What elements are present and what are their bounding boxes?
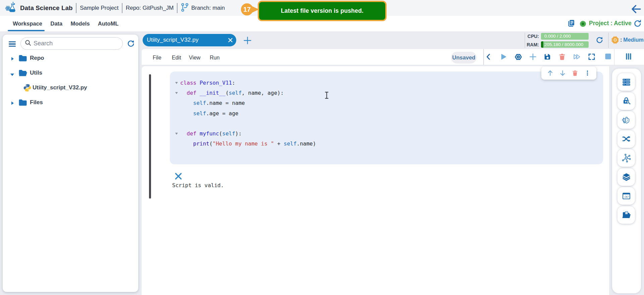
cpu-label: CPU: — [526, 34, 539, 39]
columns-layout-icon[interactable] — [625, 53, 632, 60]
code-token: class — [180, 80, 196, 86]
output-x-icon — [175, 172, 182, 180]
layers-icon[interactable] — [617, 168, 635, 186]
code-token: "Hello my name is " — [212, 140, 274, 147]
ram-meter: 205.180 / 8000.000 — [541, 41, 589, 48]
brain-circuit-icon[interactable] — [617, 111, 635, 129]
code-token — [180, 100, 193, 106]
tab-close-icon[interactable] — [228, 38, 233, 43]
menu-run[interactable]: Run — [210, 50, 219, 66]
code-token: .age = age — [206, 110, 238, 117]
code-token — [180, 110, 193, 117]
network-nodes-icon[interactable] — [617, 149, 635, 167]
sidebar-refresh-icon[interactable] — [127, 40, 135, 48]
editor-toolbar: File Edit View Run Unsaved — [142, 49, 644, 65]
cell-more-options-icon[interactable] — [584, 70, 591, 76]
code-token — [180, 130, 187, 137]
code-token: def — [187, 90, 196, 96]
open-file-tab[interactable]: Utiity_script_V32.py — [143, 34, 237, 47]
cpu-chip-icon[interactable] — [610, 35, 620, 45]
nav-tab-models[interactable]: Models — [71, 20, 90, 27]
delete-trash-icon[interactable] — [558, 53, 566, 60]
validation-message: Script is valid. — [172, 182, 224, 188]
menu-file[interactable]: File — [153, 50, 161, 66]
code-token: def — [187, 130, 196, 137]
search-input[interactable] — [34, 40, 111, 47]
code-token: ( — [209, 140, 213, 147]
documents-icon[interactable] — [567, 19, 575, 29]
header-divider — [122, 3, 122, 13]
run-play-icon[interactable] — [500, 53, 507, 60]
code-token: .name = name — [206, 100, 245, 106]
tree-item-label: Utiity_script_V32.py — [33, 84, 87, 91]
code-token: ( — [226, 90, 229, 96]
nav-tab-automl[interactable]: AutoML — [98, 20, 118, 27]
delete-cell-icon[interactable] — [572, 70, 578, 76]
tree-item-files[interactable]: Files — [3, 95, 138, 110]
nav-tab-data[interactable]: Data — [50, 20, 62, 27]
app-header: Data Science Lab Sample Project Repo: Gi… — [0, 0, 644, 16]
code-token: __init__ — [200, 90, 226, 96]
navigate-back-icon[interactable] — [485, 53, 492, 60]
code-token: Person_V11 — [200, 80, 232, 86]
active-cell-indicator — [149, 74, 151, 199]
app-logo-icon — [5, 1, 18, 15]
fast-forward-icon[interactable] — [573, 53, 581, 60]
code-token: : — [232, 80, 235, 86]
new-tab-button[interactable] — [243, 36, 252, 45]
code-cell[interactable]: class Person_V11: def __init__(self, nam… — [170, 72, 603, 164]
function-window-icon[interactable]: (x) — [617, 187, 635, 205]
folder-icon — [18, 54, 27, 63]
code-token — [180, 140, 193, 147]
code-token — [196, 130, 200, 137]
header-divider — [177, 3, 178, 13]
tree-item-utiity-script-v32-py[interactable]: Utiity_script_V32.py — [3, 80, 138, 95]
back-arrow-icon[interactable] — [631, 4, 642, 14]
folder-open-icon — [18, 69, 28, 78]
add-cell-icon[interactable] — [529, 53, 537, 60]
menu-edit[interactable]: Edit — [172, 50, 181, 66]
shuffle-icon[interactable] — [617, 130, 635, 148]
tree-item-utils[interactable]: Utils — [3, 66, 138, 80]
project-refresh-icon[interactable] — [634, 19, 642, 29]
toolbar-divider — [614, 49, 615, 65]
server-rack-icon[interactable] — [617, 73, 635, 91]
ram-meter-value: 205.180 / 8000.000 — [544, 42, 583, 47]
move-cell-down-icon[interactable] — [559, 70, 566, 76]
code-token: self — [222, 130, 235, 137]
tools-rail: (x) — [609, 66, 644, 295]
folder-docs-icon[interactable] — [617, 206, 635, 224]
branch-name: Branch: main — [191, 5, 225, 11]
code-line-1: class Person_V11: — [180, 78, 316, 88]
tree-item-label: Files — [30, 99, 43, 106]
save-icon[interactable] — [544, 53, 551, 60]
nav-tabs: Workspace Data Models AutoML — [13, 16, 118, 32]
menu-view[interactable]: View — [189, 50, 200, 66]
tree-item-repo[interactable]: Repo — [3, 51, 138, 66]
file-explorer-panel: RepoUtilsUtiity_script_V32.pyFiles — [3, 35, 138, 292]
instance-size-label: :Medium — [620, 37, 644, 43]
fold-marker-icon[interactable] — [175, 82, 178, 84]
caret-right-icon[interactable] — [11, 56, 14, 62]
python-file-icon — [23, 84, 32, 93]
fold-marker-icon[interactable] — [175, 92, 178, 94]
fullscreen-icon[interactable] — [588, 53, 595, 60]
run-settings-icon[interactable] — [514, 53, 522, 60]
resources-refresh-icon[interactable] — [596, 36, 603, 44]
caret-right-icon[interactable] — [11, 100, 14, 107]
fold-marker-icon[interactable] — [175, 133, 178, 135]
move-cell-up-icon[interactable] — [547, 70, 553, 76]
code-token — [196, 80, 200, 86]
hamburger-menu-icon[interactable] — [9, 41, 16, 47]
code-line-6: def myfunc(self): — [180, 129, 316, 139]
nav-tab-workspace[interactable]: Workspace — [13, 20, 42, 27]
code-token: print — [193, 140, 209, 147]
lock-key-icon[interactable] — [617, 92, 635, 110]
project-status-dot — [580, 20, 586, 29]
caret-down-icon[interactable] — [10, 72, 14, 78]
stop-icon[interactable] — [605, 53, 612, 60]
app-title: Data Science Lab — [20, 4, 72, 12]
active-tab-underline — [8, 30, 45, 31]
resource-divider — [608, 33, 609, 48]
tutorial-step-badge: 17 — [238, 3, 260, 15]
